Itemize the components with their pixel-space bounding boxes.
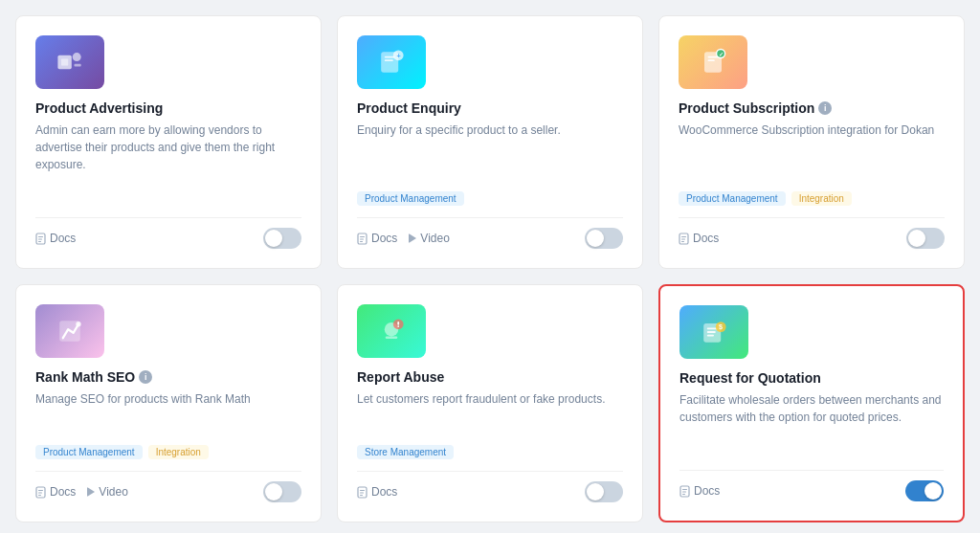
svg-text:$: $	[719, 322, 723, 331]
docs-link-report-abuse[interactable]: Docs	[357, 485, 397, 499]
tag-label: Integration	[791, 191, 852, 206]
svg-rect-39	[360, 492, 364, 493]
footer-links-product-subscription: Docs	[679, 232, 719, 245]
card-footer-request-for-quotation: Docs	[679, 470, 944, 501]
card-tags-report-abuse: Store Management	[357, 445, 623, 459]
svg-rect-50	[682, 494, 685, 495]
card-footer-rank-math-seo: Docs Video	[35, 471, 301, 502]
video-link-product-enquiry[interactable]: Video	[409, 232, 449, 245]
card-footer-product-subscription: Docs	[679, 217, 945, 249]
svg-text:✓: ✓	[719, 51, 724, 57]
card-tags-product-subscription: Product ManagementIntegration	[679, 191, 945, 206]
svg-rect-25	[681, 241, 684, 242]
svg-rect-44	[707, 335, 714, 337]
toggle-knob-request-for-quotation	[924, 482, 942, 500]
modules-grid: Product Advertising Admin can earn more …	[15, 15, 965, 533]
card-title-rank-math-seo: Rank Math SEO i	[35, 369, 301, 385]
video-link-rank-math-seo[interactable]: Video	[87, 485, 127, 499]
svg-rect-31	[38, 495, 41, 496]
docs-link-rank-math-seo[interactable]: Docs	[35, 485, 76, 499]
svg-rect-49	[682, 491, 686, 492]
svg-rect-15	[360, 238, 364, 239]
toggle-request-for-quotation[interactable]	[905, 480, 944, 501]
svg-rect-40	[360, 495, 363, 496]
svg-rect-18	[708, 56, 719, 58]
toggle-knob-report-abuse	[587, 483, 604, 500]
card-icon-rank-math-seo	[35, 304, 104, 358]
svg-rect-14	[360, 236, 365, 237]
svg-rect-48	[682, 489, 687, 490]
svg-rect-7	[38, 241, 41, 242]
tag-label: Product Management	[35, 445, 143, 459]
card-title-request-for-quotation: Request for Quotation	[679, 370, 944, 386]
card-title-product-enquiry: Product Enquiry	[357, 100, 623, 116]
toggle-report-abuse[interactable]	[585, 481, 623, 502]
svg-rect-23	[681, 236, 686, 237]
svg-text:+: +	[396, 52, 400, 60]
card-product-enquiry: + Product Enquiry Enquiry for a specific…	[337, 15, 643, 269]
docs-link-request-for-quotation[interactable]: Docs	[679, 484, 720, 498]
card-desc-report-abuse: Let customers report fraudulent or fake …	[357, 390, 623, 435]
toggle-rank-math-seo[interactable]	[263, 481, 301, 502]
card-desc-rank-math-seo: Manage SEO for products with Rank Math	[35, 390, 301, 435]
card-request-for-quotation: $ Request for Quotation Facilitate whole…	[658, 284, 965, 522]
toggle-knob-rank-math-seo	[265, 483, 282, 500]
footer-links-request-for-quotation: Docs	[679, 484, 720, 498]
footer-links-product-enquiry: Docs Video	[357, 232, 450, 245]
toggle-product-enquiry[interactable]	[585, 228, 623, 249]
card-icon-product-advertising	[35, 35, 104, 89]
svg-rect-33	[386, 336, 398, 339]
svg-point-2	[73, 53, 81, 61]
svg-rect-35	[397, 322, 399, 325]
card-footer-report-abuse: Docs	[357, 471, 623, 502]
card-tags-product-enquiry: Product Management	[357, 191, 623, 206]
docs-icon	[679, 485, 690, 498]
card-desc-product-subscription: WooCommerce Subscription integration for…	[679, 122, 945, 182]
card-footer-product-advertising: Docs	[35, 217, 301, 249]
svg-rect-29	[38, 490, 43, 491]
card-desc-product-enquiry: Enquiry for a specific product to a sell…	[357, 122, 623, 182]
tag-label: Integration	[148, 445, 209, 459]
svg-rect-6	[38, 238, 42, 239]
tag-label: Store Management	[357, 445, 454, 459]
footer-links-report-abuse: Docs	[357, 485, 397, 499]
docs-icon	[679, 233, 689, 245]
footer-links-product-advertising: Docs	[35, 232, 76, 245]
toggle-knob-product-advertising	[265, 230, 282, 247]
toggle-product-advertising[interactable]	[263, 228, 301, 249]
svg-rect-3	[75, 64, 81, 67]
svg-rect-43	[707, 331, 716, 333]
svg-rect-38	[360, 490, 365, 491]
card-product-subscription: ✓ Product Subscription i WooCommerce Sub…	[658, 15, 965, 269]
card-title-product-advertising: Product Advertising	[35, 100, 301, 116]
docs-link-product-subscription[interactable]: Docs	[679, 232, 719, 245]
docs-link-product-enquiry[interactable]: Docs	[357, 232, 397, 245]
play-icon	[409, 233, 416, 243]
svg-rect-16	[360, 241, 363, 242]
card-icon-product-subscription: ✓	[679, 35, 747, 89]
svg-rect-24	[681, 238, 685, 239]
docs-icon	[357, 486, 368, 499]
toggle-knob-product-subscription	[908, 230, 925, 247]
toggle-product-subscription[interactable]	[906, 228, 945, 249]
card-desc-request-for-quotation: Facilitate wholesale orders between merc…	[679, 391, 944, 426]
card-tags-rank-math-seo: Product ManagementIntegration	[35, 445, 301, 459]
card-title-report-abuse: Report Abuse	[357, 369, 623, 385]
svg-point-36	[397, 325, 399, 327]
svg-rect-5	[38, 236, 43, 237]
info-icon-rank-math-seo[interactable]: i	[139, 370, 152, 384]
card-icon-report-abuse	[357, 304, 426, 358]
docs-icon	[35, 233, 46, 245]
tag-label: Product Management	[679, 191, 786, 206]
svg-rect-10	[385, 59, 393, 61]
docs-link-product-advertising[interactable]: Docs	[35, 232, 76, 245]
card-icon-product-enquiry: +	[357, 35, 426, 89]
tag-label: Product Management	[357, 191, 464, 206]
info-icon-product-subscription[interactable]: i	[818, 101, 832, 115]
card-product-advertising: Product Advertising Admin can earn more …	[15, 15, 322, 269]
card-footer-product-enquiry: Docs Video	[357, 217, 623, 249]
svg-rect-1	[61, 58, 68, 65]
footer-links-rank-math-seo: Docs Video	[35, 485, 128, 499]
docs-icon	[357, 233, 368, 245]
card-report-abuse: Report Abuse Let customers report fraudu…	[337, 284, 643, 522]
